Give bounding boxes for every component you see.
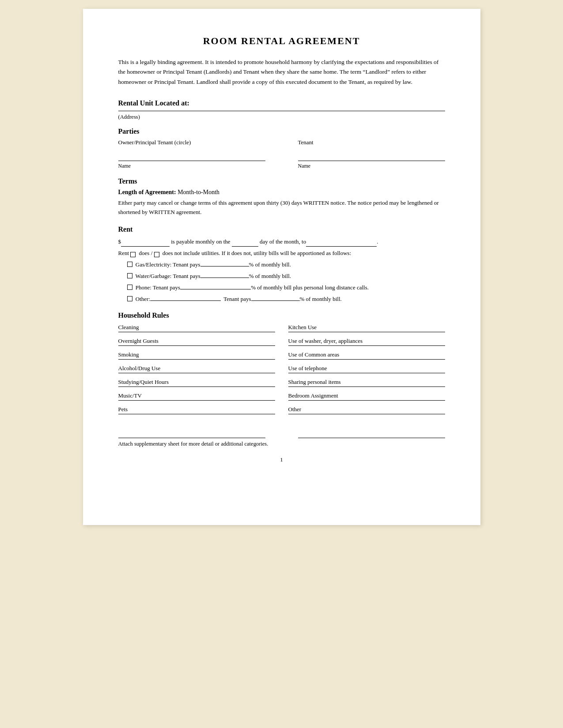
page-number: 1 [118, 456, 445, 463]
rent-line-1: $ is payable monthly on the day of the m… [118, 237, 445, 247]
payee-blank [306, 240, 377, 247]
length-normal: Month-to-Month [176, 189, 219, 195]
washer-dryer-item: Use of washer, dryer, appliances [288, 337, 445, 346]
terms-section: Terms Length of Agreement: Month-to-Mont… [118, 177, 445, 217]
washer-dryer-label: Use of washer, dryer, appliances [288, 338, 363, 345]
terms-heading: Terms [118, 177, 445, 185]
rent-heading: Rent [118, 225, 445, 233]
cleaning-label: Cleaning [118, 324, 139, 331]
smoking-line [140, 350, 275, 356]
bedroom-assignment-label: Bedroom Assignment [288, 392, 338, 399]
sharing-personal-line [343, 378, 445, 384]
other-household-line [303, 405, 445, 411]
tenant-col-label: Tenant [298, 139, 445, 148]
footer-note: Attach supplementary sheet for more deta… [118, 441, 445, 447]
notice-text: Either party may cancel or change terms … [118, 199, 445, 217]
does-checkbox[interactable] [130, 252, 136, 257]
phone-item: Phone: Tenant pays % of monthly bill plu… [118, 283, 445, 291]
bedroom-assignment-item: Bedroom Assignment [288, 391, 445, 401]
other-utility-item: Other: Tenant pays % of monthly bill. [118, 295, 445, 303]
common-areas-item: Use of Common areas [288, 350, 445, 360]
music-tv-item: Music/TV [118, 391, 275, 401]
washer-dryer-line [364, 337, 445, 343]
length-bold: Length of Agreement: [118, 189, 176, 195]
smoking-label: Smoking [118, 351, 139, 358]
other-utility-blank [150, 295, 221, 301]
overnight-label: Overnight Guests [118, 338, 159, 345]
parties-lines-row: Name Name [118, 151, 445, 169]
does-not-checkbox[interactable] [154, 252, 159, 257]
overnight-guests-item: Overnight Guests [118, 337, 275, 346]
address-label: (Address) [118, 114, 445, 120]
sharing-personal-items-item: Sharing personal items [288, 378, 445, 387]
owner-signature-line [118, 151, 265, 161]
pets-item: Pets [118, 405, 275, 414]
phone-blank [180, 283, 251, 289]
telephone-item: Use of telephone [288, 364, 445, 373]
kitchen-use-line [318, 323, 445, 329]
gas-blank [200, 260, 249, 266]
owner-name-label: Name [118, 163, 265, 169]
smoking-item: Smoking [118, 350, 275, 360]
bedroom-assignment-line [340, 391, 445, 398]
rental-unit-heading: Rental Unit Located at: [118, 99, 445, 107]
other-household-label: Other [288, 406, 302, 413]
common-areas-line [341, 350, 445, 356]
gas-checkbox[interactable] [127, 262, 132, 267]
household-section: Household Rules Cleaning Kitchen Use Ove… [118, 311, 445, 417]
gas-electricity-item: Gas/Electricity: Tenant pays % of monthl… [118, 260, 445, 268]
cleaning-line [140, 323, 275, 329]
quiet-hours-label: Studying/Quiet Hours [118, 379, 169, 386]
other-household-item: Other [288, 405, 445, 414]
rent-mid2: day of the month, to [258, 238, 306, 245]
address-divider [118, 111, 445, 111]
tenant-name-label: Name [298, 163, 445, 169]
amount-blank [121, 240, 170, 247]
other-pct-blank [251, 295, 300, 301]
owner-label: Owner/Principal Tenant (circle) [118, 139, 265, 146]
sharing-personal-label: Sharing personal items [288, 379, 341, 386]
common-areas-label: Use of Common areas [288, 351, 340, 358]
owner-col-label: Owner/Principal Tenant (circle) [118, 139, 265, 148]
alcohol-drug-label: Alcohol/Drug Use [118, 365, 161, 372]
household-heading: Household Rules [118, 311, 445, 319]
parties-heading: Parties [118, 128, 445, 135]
rent-line-2: Rent does / does not include utilities. … [118, 248, 445, 258]
owner-line-col: Name [118, 151, 265, 169]
footer-signature-lines [118, 429, 445, 438]
pets-label: Pets [118, 406, 128, 413]
document-title: ROOM RENTAL AGREEMENT [118, 35, 445, 47]
music-tv-line [144, 391, 275, 398]
phone-checkbox[interactable] [127, 285, 132, 290]
kitchen-use-item: Kitchen Use [288, 323, 445, 332]
tenant-line-col: Name [298, 151, 445, 169]
other-checkbox[interactable] [127, 296, 132, 301]
water-garbage-item: Water/Garbage: Tenant pays % of monthly … [118, 272, 445, 280]
document-page: ROOM RENTAL AGREEMENT This is a legally … [83, 9, 480, 525]
quiet-hours-line [170, 378, 275, 384]
kitchen-use-label: Kitchen Use [288, 324, 317, 331]
overnight-line [160, 337, 275, 343]
tenant-label: Tenant [298, 139, 445, 146]
rent-mid: is payable monthly on the [170, 238, 232, 245]
telephone-line [329, 364, 445, 370]
telephone-label: Use of telephone [288, 365, 327, 372]
cleaning-item: Cleaning [118, 323, 275, 332]
household-grid: Cleaning Kitchen Use Overnight Guests Us… [118, 323, 445, 417]
length-of-agreement: Length of Agreement: Month-to-Month [118, 189, 445, 196]
intro-text: This is a legally binding agreement. It … [118, 57, 445, 87]
rent-section: Rent $ is payable monthly on the day of … [118, 225, 445, 302]
music-tv-label: Music/TV [118, 392, 142, 399]
alcohol-drug-line [162, 364, 275, 370]
footer-line-left [118, 429, 265, 438]
day-blank [232, 240, 258, 247]
pets-line [129, 405, 275, 411]
water-checkbox[interactable] [127, 273, 132, 278]
footer-line-right [298, 429, 445, 438]
parties-labels-row: Owner/Principal Tenant (circle) Tenant [118, 139, 445, 148]
tenant-signature-line [298, 151, 445, 161]
quiet-hours-item: Studying/Quiet Hours [118, 378, 275, 387]
alcohol-drug-item: Alcohol/Drug Use [118, 364, 275, 373]
water-blank [200, 272, 249, 278]
